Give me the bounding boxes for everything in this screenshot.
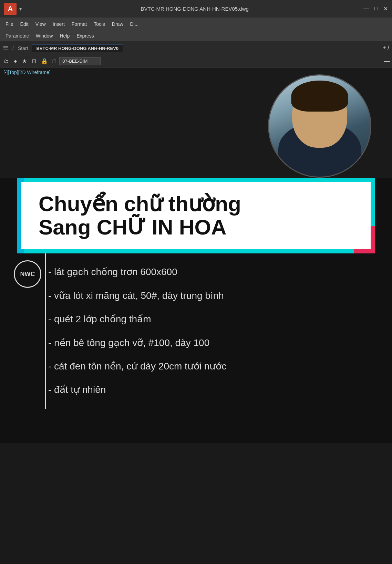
menu-draw[interactable]: Draw — [109, 20, 126, 28]
tab-bar: ☰ / Start BVTC-MR HONG-DONG ANH-HN-REV0 … — [0, 41, 392, 55]
toolbar-collapse[interactable]: — — [384, 58, 390, 65]
banner-line2: Sang CHỮ IN HOA — [39, 216, 357, 239]
viewport-area: [-][Top][2D Wireframe] — [0, 67, 392, 178]
menu-tools[interactable]: Tools — [91, 20, 108, 28]
list-item-5: - đất tự nhiên — [48, 378, 385, 401]
minimize-button[interactable]: — — [363, 6, 369, 12]
maximize-button[interactable]: □ — [374, 6, 378, 12]
person-hair — [291, 81, 348, 112]
window-title: BVTC-MR HONG-DONG ANH-HN-REV05.dwg — [26, 6, 363, 12]
autocad-logo: A — [4, 3, 17, 15]
banner-outer: Chuyển chữ thường Sang CHỮ IN HOA — [17, 178, 375, 253]
logo-arrow: ▾ — [19, 6, 22, 12]
overlay-section: Chuyển chữ thường Sang CHỮ IN HOA — [0, 178, 392, 253]
list-item-3: - nền bê tông gạch vỡ, #100, dày 100 — [48, 331, 385, 355]
window-controls: — □ ✕ — [363, 6, 388, 12]
toolbar-icon-resize[interactable]: ⊡ — [30, 57, 38, 65]
toolbar-icon-star[interactable]: ★ — [21, 57, 28, 65]
toolbar-icon-sun[interactable]: ● — [12, 58, 19, 65]
tab-start[interactable]: Start — [15, 44, 31, 52]
bottom-dark-area — [0, 409, 392, 443]
banner-white: Chuyển chữ thường Sang CHỮ IN HOA — [21, 182, 371, 249]
menu-di[interactable]: Di... — [127, 20, 142, 28]
tab-nav-button[interactable]: / — [388, 44, 389, 52]
wc-symbol: NWC — [14, 260, 41, 288]
person-image — [269, 75, 370, 177]
title-bar: A ▾ BVTC-MR HONG-DONG ANH-HN-REV05.dwg —… — [0, 0, 392, 18]
menu-insert[interactable]: Insert — [50, 20, 68, 28]
vertical-line — [45, 253, 46, 408]
menu-express[interactable]: Express — [74, 32, 97, 40]
menu-file[interactable]: File — [3, 20, 16, 28]
hamburger-menu[interactable]: ☰ — [3, 44, 8, 52]
menu-parametric[interactable]: Parametric — [3, 32, 32, 40]
list-item-4: - cát đen tôn nền, cứ dày 20cm tưới nước — [48, 355, 385, 378]
toolbar-icon-layers[interactable]: 🗂 — [2, 58, 10, 65]
toolbar-icon-lock[interactable]: 🔒 — [40, 57, 49, 65]
list-item-1: - vữa lót xi măng cát, 50#, dày trung bì… — [48, 284, 385, 307]
menu-view[interactable]: View — [33, 20, 49, 28]
list-item-0: - lát gạch chống trơn 600x600 — [48, 260, 385, 284]
close-button[interactable]: ✕ — [383, 6, 388, 12]
menu-help[interactable]: Help — [57, 32, 72, 40]
webcam-overlay — [268, 74, 371, 178]
toolbar-icon-rect[interactable]: □ — [51, 58, 58, 65]
menu-edit[interactable]: Edit — [18, 20, 31, 28]
menu-format[interactable]: Format — [69, 20, 90, 28]
list-item-2: - quét 2 lớp chống thấm — [48, 307, 385, 331]
toolbar-row: 🗂 ● ★ ⊡ 🔒 □ 07-BEE-DIM — — [0, 55, 392, 67]
cad-content: NWC - lát gạch chống trơn 600x600 - vữa … — [0, 253, 392, 408]
menu-bar-row2: Parametric Window Help Express — [0, 30, 392, 41]
menu-window[interactable]: Window — [33, 32, 56, 40]
breadcrumb-slash: / — [12, 45, 14, 51]
layer-selector[interactable]: 07-BEE-DIM — [59, 57, 101, 65]
tab-active[interactable]: BVTC-MR HONG-DONG ANH-HN-REV0 — [32, 44, 123, 52]
banner-line1: Chuyển chữ thường — [39, 192, 357, 216]
tab-add-button[interactable]: + — [382, 44, 386, 52]
menu-bar-row1: File Edit View Insert Format Tools Draw … — [0, 18, 392, 30]
